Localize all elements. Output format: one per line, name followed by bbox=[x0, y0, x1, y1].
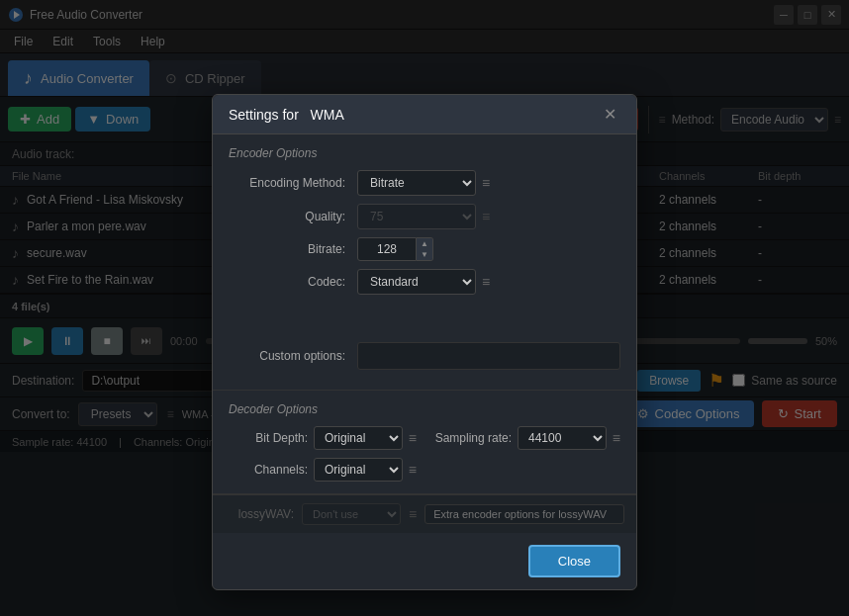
encoding-method-label: Encoding Method: bbox=[229, 176, 357, 190]
bitrate-row: Bitrate: ▲ ▼ bbox=[229, 237, 620, 261]
modal-footer-row: lossyWAV: Don't use ≡ bbox=[213, 494, 636, 533]
bit-depth-menu-icon: ≡ bbox=[409, 430, 417, 446]
bitrate-control: ▲ ▼ bbox=[357, 237, 620, 261]
bitrate-spinner: ▲ ▼ bbox=[357, 237, 433, 261]
modal-header: Settings for WMA ✕ bbox=[213, 95, 636, 134]
encoding-method-control: Bitrate ≡ bbox=[357, 170, 620, 196]
codec-row: Codec: Standard ≡ bbox=[229, 269, 620, 295]
quality-control: 75 ≡ bbox=[357, 204, 620, 229]
custom-options-input[interactable] bbox=[357, 342, 620, 370]
modal-overlay: Settings for WMA ✕ Encoder Options Encod… bbox=[0, 0, 849, 616]
bitrate-input[interactable] bbox=[357, 237, 417, 261]
lossy-menu-icon: ≡ bbox=[409, 506, 417, 522]
sampling-rate-row: Sampling rate: 44100 ≡ bbox=[432, 426, 620, 450]
encoding-method-select[interactable]: Bitrate bbox=[357, 170, 476, 196]
sampling-rate-select[interactable]: 44100 bbox=[518, 426, 607, 450]
bit-depth-row: Bit Depth: Original ≡ bbox=[229, 426, 417, 450]
lossy-label: lossyWAV: bbox=[225, 507, 294, 521]
bit-depth-label: Bit Depth: bbox=[229, 431, 308, 445]
lossy-select[interactable]: Don't use bbox=[302, 503, 401, 525]
bitrate-label: Bitrate: bbox=[229, 242, 357, 256]
channels-row: Channels: Original ≡ bbox=[229, 458, 417, 482]
custom-options-label: Custom options: bbox=[229, 349, 357, 363]
quality-select[interactable]: 75 bbox=[357, 204, 476, 229]
decoder-options-section: Decoder Options Bit Depth: Original ≡ Sa… bbox=[213, 391, 636, 494]
sampling-rate-label: Sampling rate: bbox=[432, 431, 512, 445]
bitrate-down-button[interactable]: ▼ bbox=[417, 249, 432, 260]
custom-options-control bbox=[357, 342, 620, 370]
quality-label: Quality: bbox=[229, 210, 357, 223]
codec-menu-icon: ≡ bbox=[482, 274, 490, 290]
custom-options-row: Custom options: bbox=[229, 342, 620, 370]
encoding-method-menu-icon: ≡ bbox=[482, 175, 490, 191]
decoder-grid: Bit Depth: Original ≡ Sampling rate: 441… bbox=[229, 426, 620, 482]
channels-select[interactable]: Original bbox=[314, 458, 403, 482]
encoder-section-label: Encoder Options bbox=[229, 146, 620, 160]
settings-modal: Settings for WMA ✕ Encoder Options Encod… bbox=[212, 94, 637, 590]
bit-depth-select[interactable]: Original bbox=[314, 426, 403, 450]
encoding-method-row: Encoding Method: Bitrate ≡ bbox=[229, 170, 620, 196]
decoder-section-label: Decoder Options bbox=[229, 402, 620, 416]
encoder-options-section: Encoder Options Encoding Method: Bitrate… bbox=[213, 134, 636, 391]
encoder-spacer bbox=[229, 303, 620, 342]
modal-close-button[interactable]: ✕ bbox=[600, 105, 620, 124]
quality-menu-icon: ≡ bbox=[482, 209, 490, 224]
codec-label: Codec: bbox=[229, 275, 357, 289]
channels-label: Channels: bbox=[229, 463, 308, 477]
sampling-rate-menu-icon: ≡ bbox=[613, 430, 620, 446]
modal-title: Settings for WMA bbox=[229, 107, 344, 123]
codec-control: Standard ≡ bbox=[357, 269, 620, 295]
extra-options-input[interactable] bbox=[424, 504, 624, 524]
codec-select[interactable]: Standard bbox=[357, 269, 476, 295]
channels-menu-icon: ≡ bbox=[409, 462, 417, 478]
bitrate-spinners: ▲ ▼ bbox=[417, 237, 433, 261]
modal-close-main-button[interactable]: Close bbox=[528, 545, 620, 577]
bitrate-up-button[interactable]: ▲ bbox=[417, 238, 432, 249]
quality-row: Quality: 75 ≡ bbox=[229, 204, 620, 229]
modal-actions: Close bbox=[213, 533, 636, 589]
